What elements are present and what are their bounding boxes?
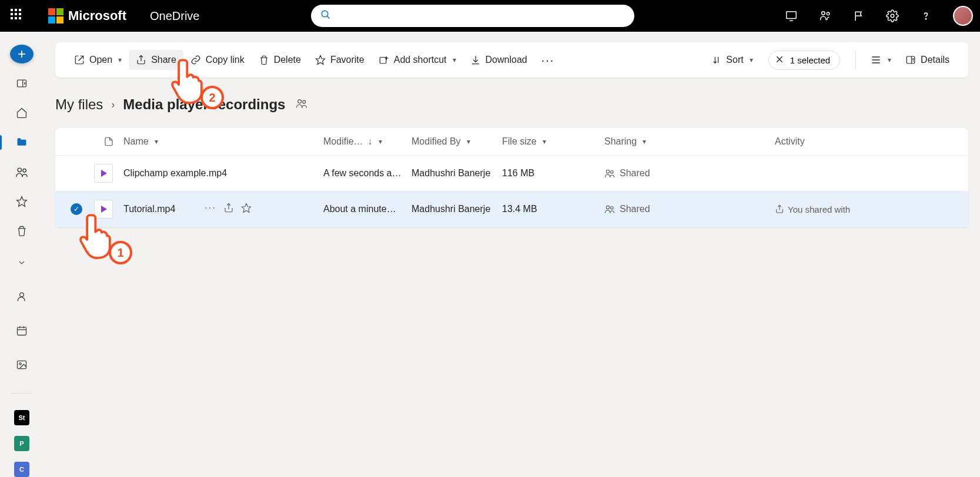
file-modified-by: Madhushri Banerje [412, 204, 502, 214]
microsoft-logo[interactable]: Microsoft [48, 8, 126, 23]
column-file-size[interactable]: File size▾ [502, 136, 604, 147]
list-icon [870, 54, 882, 66]
search-input[interactable] [311, 5, 634, 27]
brand-text: Microsoft [68, 8, 126, 23]
table-row[interactable]: Clipchamp example.mp4 A few seconds a… M… [55, 156, 968, 192]
file-modified-by: Madhushri Banerje [412, 168, 502, 179]
download-button[interactable]: Download [463, 50, 534, 70]
flag-icon[interactable] [853, 10, 865, 22]
sidebar-app-stream[interactable]: St [14, 410, 29, 425]
delete-icon [259, 55, 269, 65]
svg-point-19 [19, 363, 21, 365]
chevron-down-icon: ▾ [750, 56, 753, 64]
app-launcher-icon[interactable] [11, 9, 25, 23]
chevron-down-icon: ▾ [888, 56, 891, 64]
teams-icon[interactable] [819, 9, 832, 22]
main-content: Open ▾ Share Copy link Delete Favorite A… [55, 42, 968, 227]
sidebar-files-icon[interactable] [10, 133, 34, 152]
sidebar-panel-icon[interactable] [10, 74, 34, 93]
sidebar-home-icon[interactable] [10, 103, 34, 122]
sidebar-favorites-icon[interactable] [10, 192, 34, 211]
annotation-badge-1: 1 [109, 241, 132, 264]
selected-label: 1 selected [790, 55, 830, 65]
file-activity: You shared with [775, 204, 892, 214]
add-shortcut-button[interactable]: Add shortcut ▾ [372, 50, 463, 70]
row-checkbox[interactable]: ✓ [71, 203, 82, 215]
shared-folder-icon[interactable] [296, 98, 307, 112]
svg-point-11 [23, 169, 26, 172]
sidebar-app-planner[interactable]: P [14, 436, 29, 451]
chevron-right-icon: › [111, 99, 115, 111]
svg-point-4 [822, 12, 825, 15]
svg-point-0 [322, 11, 329, 17]
details-button[interactable]: Details [898, 50, 956, 70]
ellipsis-icon: ··· [541, 53, 555, 67]
chevron-down-icon: ▾ [643, 137, 646, 146]
sidebar-expand-icon[interactable] [10, 253, 34, 272]
row-more-icon[interactable]: ··· [205, 203, 216, 216]
favorite-label: Favorite [330, 55, 364, 65]
add-shortcut-label: Add shortcut [394, 55, 447, 65]
svg-line-1 [327, 16, 330, 19]
details-label: Details [921, 55, 949, 65]
app-name[interactable]: OneDrive [150, 9, 199, 23]
help-icon[interactable] [920, 10, 932, 22]
selected-chip[interactable]: 1 selected [768, 51, 840, 70]
settings-icon[interactable] [886, 9, 899, 22]
column-sharing[interactable]: Sharing▾ [604, 136, 775, 147]
row-share-icon[interactable] [223, 203, 234, 216]
chevron-down-icon: ▾ [543, 137, 546, 146]
view-button[interactable]: ▾ [863, 49, 898, 70]
file-name[interactable]: Clipchamp example.mp4 [123, 168, 227, 179]
sort-arrow-icon: ↓ [368, 136, 373, 147]
svg-point-36 [912, 59, 914, 60]
chevron-down-icon: ▾ [155, 137, 158, 146]
file-size: 13.4 MB [502, 204, 604, 214]
sidebar-date-icon[interactable] [10, 319, 34, 342]
sort-icon [712, 55, 721, 65]
avatar[interactable] [953, 6, 973, 26]
copy-link-button[interactable]: Copy link [183, 50, 252, 70]
open-icon [74, 55, 85, 65]
delete-label: Delete [274, 55, 301, 65]
delete-button[interactable]: Delete [252, 50, 308, 70]
column-modified-by[interactable]: Modified By▾ [412, 136, 502, 147]
breadcrumb-current: Media player recordings [123, 96, 285, 113]
file-sharing[interactable]: Shared [604, 168, 775, 179]
file-sharing[interactable]: Shared [604, 204, 775, 214]
svg-point-7 [925, 18, 926, 19]
breadcrumb-root[interactable]: My files [55, 96, 103, 113]
file-name[interactable]: Tutorial.mp4 [123, 204, 175, 214]
open-button[interactable]: Open ▾ [67, 50, 129, 70]
sidebar-people-icon[interactable] [10, 285, 34, 308]
file-table: Name▾ Modifie…↓▾ Modified By▾ File size▾… [55, 128, 968, 227]
row-favorite-icon[interactable] [241, 203, 252, 216]
close-icon[interactable] [775, 55, 784, 66]
sidebar-photos-icon[interactable] [10, 353, 34, 377]
sidebar-app-clipchamp[interactable]: C [14, 462, 29, 477]
chevron-down-icon: ▾ [467, 137, 470, 146]
share-button[interactable]: Share [129, 50, 183, 70]
column-activity: Activity [775, 136, 892, 147]
star-icon [315, 55, 326, 65]
file-modified: A few seconds a… [323, 168, 412, 179]
file-modified: About a minute… [323, 204, 412, 214]
sort-button[interactable]: Sort ▾ [705, 50, 760, 70]
add-button[interactable]: + [10, 45, 34, 63]
column-modified[interactable]: Modifie…↓▾ [323, 136, 412, 147]
copy-link-label: Copy link [206, 55, 245, 65]
monitor-icon[interactable] [785, 9, 798, 22]
more-button[interactable]: ··· [534, 49, 562, 72]
chevron-down-icon: ▾ [118, 56, 122, 64]
favorite-button[interactable]: Favorite [308, 50, 372, 70]
sidebar-recycle-icon[interactable] [10, 221, 34, 240]
top-header: Microsoft OneDrive [0, 0, 980, 32]
svg-point-10 [18, 168, 21, 172]
download-icon [470, 55, 481, 65]
svg-point-6 [891, 14, 894, 18]
svg-point-41 [611, 171, 614, 174]
column-name[interactable]: Name▾ [123, 136, 323, 147]
file-type-column-icon[interactable] [94, 136, 123, 147]
sidebar-shared-icon[interactable] [10, 163, 34, 182]
table-row[interactable]: ✓ Tutorial.mp4 ··· About a minute… Madhu… [55, 192, 968, 227]
